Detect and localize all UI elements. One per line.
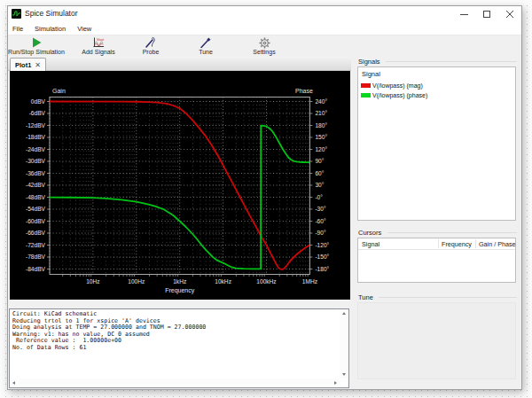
- svg-text:Gain: Gain: [52, 88, 66, 94]
- svg-text:-48dBV: -48dBV: [26, 194, 46, 200]
- play-icon: [8, 36, 65, 49]
- tune-area: [357, 302, 516, 379]
- tune-title: Tune: [358, 293, 377, 301]
- svg-text:90°: 90°: [315, 158, 324, 164]
- scroll-right-icon[interactable]: [334, 381, 337, 385]
- svg-text:180°: 180°: [315, 122, 327, 129]
- cursors-section: Cursors Signal Frequency Gain / Phase: [354, 228, 521, 293]
- spice-simulator-window: Spice Simulator File Simulation View Run…: [7, 5, 522, 390]
- svg-text:-72dBV: -72dBV: [26, 242, 46, 248]
- title-bar[interactable]: Spice Simulator: [8, 6, 521, 22]
- cursors-col-gain-phase: Gain / Phase: [479, 238, 516, 250]
- menu-bar: File Simulation View: [8, 22, 521, 35]
- plot-tab-bar: Plot1 ✕: [8, 57, 351, 71]
- svg-text:-60dBV: -60dBV: [26, 218, 46, 224]
- tab-plot1[interactable]: Plot1 ✕: [10, 58, 46, 71]
- svg-text:-90°: -90°: [315, 230, 326, 236]
- signals-list[interactable]: Signal V(/lowpass) (mag) V(/lowpass) (ph…: [357, 66, 516, 221]
- svg-text:-180°: -180°: [315, 266, 329, 272]
- svg-text:30°: 30°: [315, 182, 324, 188]
- signal-row-mag[interactable]: V(/lowpass) (mag): [358, 81, 515, 90]
- console-text: Circuit: KiCad schematic Reducing trtol …: [12, 311, 339, 378]
- svg-text:-30dBV: -30dBV: [26, 158, 46, 164]
- probe-button[interactable]: Probe: [131, 36, 170, 57]
- tune-button[interactable]: Tune: [186, 36, 225, 57]
- minimize-button[interactable]: [452, 6, 475, 22]
- menu-simulation[interactable]: Simulation: [31, 25, 69, 33]
- svg-text:1kHz: 1kHz: [173, 278, 186, 285]
- svg-text:10kHz: 10kHz: [215, 278, 231, 285]
- settings-button[interactable]: Settings: [245, 36, 284, 57]
- menu-view[interactable]: View: [74, 25, 95, 33]
- close-button[interactable]: [498, 6, 521, 22]
- signals-title: Signals: [358, 58, 384, 66]
- signals-column-header: Signal: [358, 67, 515, 81]
- cursors-list[interactable]: Signal Frequency Gain / Phase: [357, 238, 516, 283]
- cursors-header: Signal Frequency Gain / Phase: [358, 238, 515, 250]
- svg-text:10Hz: 10Hz: [86, 278, 99, 285]
- scroll-left-icon[interactable]: [12, 381, 15, 385]
- svg-text:-0°: -0°: [315, 194, 323, 200]
- signal-color-swatch: [361, 93, 371, 98]
- scroll-up-icon[interactable]: [342, 312, 346, 315]
- svg-text:210°: 210°: [315, 110, 327, 116]
- add-signals-button[interactable]: Vout Add Signals: [76, 36, 121, 57]
- maximize-button[interactable]: [475, 6, 498, 22]
- svg-text:-24dBV: -24dBV: [26, 146, 46, 152]
- waveform-icon: Vout: [76, 36, 121, 49]
- svg-text:0dBV: 0dBV: [31, 98, 46, 105]
- svg-text:-36dBV: -36dBV: [26, 170, 46, 176]
- svg-text:60°: 60°: [315, 170, 324, 176]
- svg-text:-60°: -60°: [315, 218, 326, 224]
- signal-color-swatch: [361, 83, 371, 88]
- toolbar: Run/Stop Simulation Vout Add Signals: [8, 36, 521, 57]
- scroll-down-icon[interactable]: [342, 373, 346, 376]
- svg-text:100kHz: 100kHz: [256, 278, 276, 285]
- svg-text:-84dBV: -84dBV: [26, 266, 46, 272]
- run-stop-simulation-button[interactable]: Run/Stop Simulation: [8, 36, 65, 57]
- svg-text:-150°: -150°: [315, 254, 329, 260]
- svg-text:-54dBV: -54dBV: [26, 206, 46, 212]
- svg-text:-78dBV: -78dBV: [26, 254, 46, 260]
- gear-icon: [245, 36, 284, 49]
- signals-section: Signals Signal V(/lowpass) (mag) V(/lowp…: [354, 57, 521, 227]
- svg-text:-42dBV: -42dBV: [26, 182, 46, 188]
- svg-text:-66dBV: -66dBV: [26, 230, 46, 236]
- svg-text:Frequency: Frequency: [165, 287, 195, 294]
- signal-row-phase[interactable]: V(/lowpass) (phase): [358, 90, 515, 100]
- svg-text:-12dBV: -12dBV: [26, 122, 46, 129]
- cursors-col-signal: Signal: [362, 238, 379, 250]
- svg-text:-18dBV: -18dBV: [26, 134, 46, 140]
- tune-section: Tune: [354, 293, 521, 390]
- svg-text:150°: 150°: [315, 134, 327, 140]
- menu-file[interactable]: File: [9, 25, 27, 33]
- svg-text:120°: 120°: [315, 146, 327, 152]
- side-panel: Signals Signal V(/lowpass) (mag) V(/lowp…: [354, 57, 521, 388]
- app-icon: [12, 9, 21, 19]
- probe-icon: [131, 36, 170, 49]
- window-title: Spice Simulator: [25, 9, 78, 18]
- console-vertical-scrollbar[interactable]: [340, 309, 348, 378]
- svg-text:-30°: -30°: [315, 206, 326, 212]
- tab-close-icon[interactable]: ✕: [35, 62, 41, 68]
- simulation-console[interactable]: Circuit: KiCad schematic Reducing trtol …: [9, 308, 349, 388]
- svg-text:1MHz: 1MHz: [302, 278, 317, 285]
- console-horizontal-scrollbar[interactable]: [10, 378, 340, 387]
- svg-text:-120°: -120°: [315, 242, 329, 248]
- svg-text:Vout: Vout: [97, 37, 105, 42]
- cursors-col-frequency: Frequency: [442, 238, 472, 250]
- cursors-title: Cursors: [358, 229, 385, 237]
- svg-text:100Hz: 100Hz: [128, 278, 145, 285]
- svg-text:-6dBV: -6dBV: [29, 110, 46, 116]
- bode-plot[interactable]: 0dBV-6dBV-12dBV-18dBV-24dBV-30dBV-36dBV-…: [10, 71, 350, 300]
- svg-text:Phase: Phase: [295, 88, 313, 94]
- tuner-icon: [186, 36, 225, 49]
- svg-text:240°: 240°: [315, 98, 327, 105]
